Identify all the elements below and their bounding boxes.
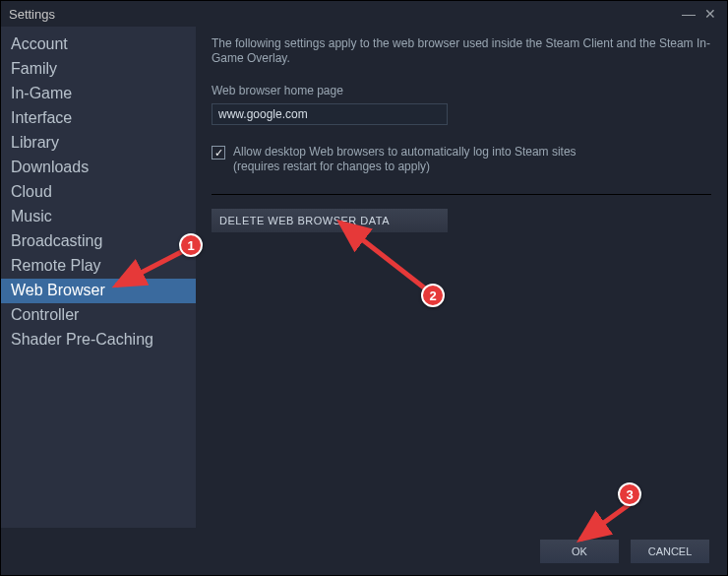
sidebar-item-remote-play[interactable]: Remote Play xyxy=(1,254,196,279)
sidebar-item-shader-pre-caching[interactable]: Shader Pre-Caching xyxy=(1,328,196,352)
sidebar-item-music[interactable]: Music xyxy=(1,205,196,229)
sidebar-item-account[interactable]: Account xyxy=(1,32,196,57)
sidebar-item-family[interactable]: Family xyxy=(1,57,196,82)
minimize-icon[interactable]: — xyxy=(680,6,698,22)
cancel-button[interactable]: CANCEL xyxy=(631,540,709,563)
autologin-label: Allow desktop Web browsers to automatica… xyxy=(233,145,576,174)
homepage-label: Web browser home page xyxy=(212,84,711,97)
window-title: Settings xyxy=(9,7,55,22)
sidebar: AccountFamilyIn-GameInterfaceLibraryDown… xyxy=(1,27,196,528)
annotation-badge-2: 2 xyxy=(421,284,445,307)
autologin-checkbox[interactable]: ✓ xyxy=(212,146,225,160)
close-icon[interactable]: ✕ xyxy=(701,6,719,22)
annotation-badge-3: 3 xyxy=(618,482,641,506)
titlebar: Settings — ✕ xyxy=(1,1,727,27)
sidebar-item-library[interactable]: Library xyxy=(1,131,196,156)
sidebar-item-cloud[interactable]: Cloud xyxy=(1,180,196,205)
homepage-input[interactable] xyxy=(212,103,448,125)
sidebar-item-broadcasting[interactable]: Broadcasting xyxy=(1,229,196,254)
delete-browser-data-button[interactable]: DELETE WEB BROWSER DATA xyxy=(212,209,448,232)
sidebar-item-controller[interactable]: Controller xyxy=(1,303,196,328)
footer: OK CANCEL xyxy=(1,528,727,575)
sidebar-item-downloads[interactable]: Downloads xyxy=(1,156,196,180)
ok-button[interactable]: OK xyxy=(540,540,619,563)
annotation-badge-1: 1 xyxy=(179,233,203,257)
main-panel: The following settings apply to the web … xyxy=(196,27,727,528)
sidebar-item-in-game[interactable]: In-Game xyxy=(1,82,196,106)
panel-description: The following settings apply to the web … xyxy=(212,36,711,66)
sidebar-item-web-browser[interactable]: Web Browser xyxy=(1,279,196,303)
sidebar-item-interface[interactable]: Interface xyxy=(1,106,196,131)
divider xyxy=(212,194,711,195)
